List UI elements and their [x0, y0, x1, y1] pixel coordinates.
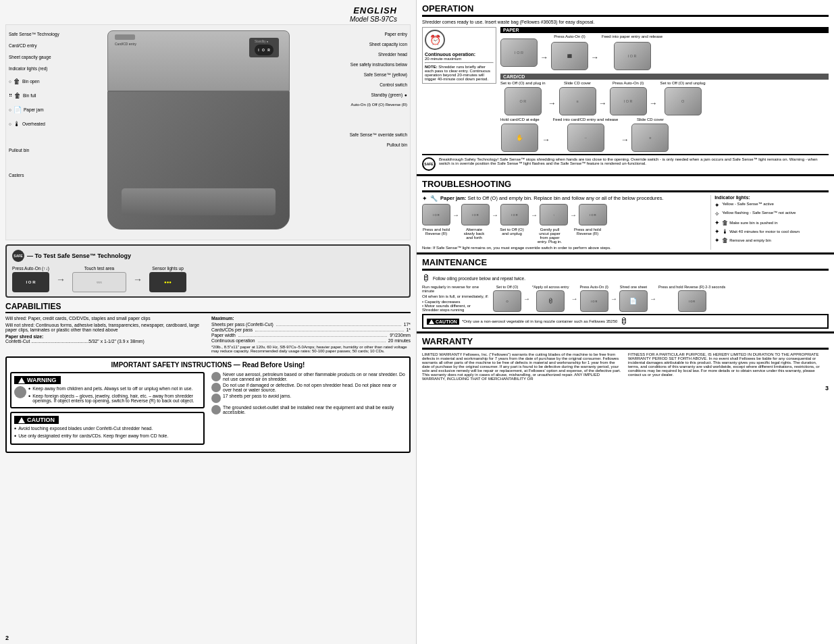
card-step-3: Press Auto-On (I) I O R — [610, 81, 647, 115]
warning-box: WARNING •Keep away from children and pet… — [10, 372, 205, 408]
card-step-2: Slide CD cover ≡ — [559, 81, 596, 115]
paper-step3-label: Feed into paper entry and release — [602, 34, 662, 38]
maint-device-5: I O R — [678, 290, 706, 312]
arrow-2: → — [133, 274, 142, 285]
maint-device-label-5: Press and hold Reverse (R) 2-3 seconds — [658, 285, 725, 289]
sun-icon-5: ✦ — [714, 237, 720, 244]
caution-item-2: •Use only designated entry for cards/CDs… — [14, 433, 201, 439]
indicator-item-4: ✦ 🌡Wait 40 minutes for motor to cool dow… — [714, 228, 829, 235]
paper-steps: I O R → Press Auto-On (I) ⬛ → Feed into … — [500, 34, 829, 70]
safety-title: IMPORTANT SAFETY INSTRUCTIONS — Read Bef… — [10, 361, 406, 369]
caps-left: Will shred: Paper, credit cards, CD/DVDs… — [5, 316, 205, 353]
will-shred: Will shred: Paper, credit cards, CD/DVDs… — [5, 316, 205, 321]
safe-icon: SAFE — [422, 157, 436, 171]
continuous-label: ⏰ Continuous operation: — [425, 30, 494, 57]
maint-device-2: 🛢 — [536, 290, 565, 312]
maint-device-3: I O R — [580, 290, 608, 312]
paper-shred-label: Paper shred size: — [5, 334, 205, 339]
spec-width: Paper width 9"/230mm — [211, 333, 411, 338]
indicator-lights-title: Indicator lights: — [714, 195, 829, 200]
card-step2-label: Slide CD cover — [564, 81, 591, 85]
caution-item-1: •Avoid touching exposed blades under Con… — [14, 426, 201, 432]
step2-visual: ≈≈≈ — [72, 272, 126, 292]
trouble-step-labels: Press and hold Reverse (R) Alternate slo… — [422, 227, 707, 244]
english-header: ENGLISH Model SB-97Cs — [5, 5, 411, 24]
clock-icon: ⏰ — [425, 30, 445, 50]
shredder-diagram: Safe Sense™ Technology Card/CD entry She… — [5, 24, 411, 240]
safe-sense-steps: Press Auto-On (↑↓) I O R → Touch test ar… — [12, 266, 404, 292]
trouble-arrow-2: → — [492, 211, 498, 219]
warning-right: Never use aerosol, petroleum based or ot… — [211, 372, 406, 403]
operation-title: OPERATION — [422, 3, 829, 17]
trouble-arrow-1: → — [452, 211, 459, 219]
trouble-note: Note: If Safe Sense™ light remains on, y… — [422, 246, 707, 250]
maint-device-4: 📄 — [619, 290, 648, 312]
page-number-right: 3 — [417, 383, 834, 393]
continuous-detail: 20-minute maximum — [425, 57, 494, 61]
left-panel: ENGLISH Model SB-97Cs Safe Sense™ Techno… — [0, 0, 417, 644]
card-sub-device-2: → — [567, 124, 604, 152]
safe-sense-test-title: SAFE — To Test Safe Sense™ Technology — [12, 250, 404, 262]
maint-device-group-5: Press and hold Reverse (R) 2-3 seconds I… — [658, 285, 725, 312]
paper-jam-label: Paper jam: — [440, 195, 466, 201]
diagram-labels-right: Paper entry Sheet capacity icon Shredder… — [350, 32, 407, 147]
maint-device-group-1: Set to Off (O) O — [493, 285, 521, 312]
label-casters: Casters — [9, 173, 59, 178]
safe-sense-test-section: SAFE — To Test Safe Sense™ Technology Pr… — [5, 244, 411, 298]
label-indicator: Indicator lights (red) — [9, 66, 59, 71]
trouble-devices: I O R → I O R → I O R → ↑ → I O R — [422, 204, 707, 225]
caution-right-1: The grounded socket-outlet shall be inst… — [211, 405, 406, 414]
label-control-switch: Control switch — [350, 82, 407, 87]
operation-desc: Shredder comes ready to use. Insert wast… — [422, 20, 829, 24]
card-sub-3: Slide CD cover ≡ — [631, 117, 669, 152]
warning-item-1: •Keep away from children and pets. Alway… — [28, 386, 201, 392]
warning-icon-r1 — [211, 372, 221, 381]
maintenance-desc: 🛢 Follow oiling procedure below and repe… — [422, 273, 829, 283]
card-step-4: Set to Off (O) and unplug O — [660, 81, 706, 115]
trouble-device-1: I O R — [422, 204, 450, 225]
will-not-shred: Will not shred: Continuous forms, adhesi… — [5, 323, 205, 332]
trouble-right: Indicator lights: ✦ Yellow - Safe Sense™… — [710, 195, 829, 250]
paper-jam-header: ✦ 🔧 Paper jam: Set to Off (O) and empty … — [422, 195, 707, 202]
warning-text-1: •Keep away from children and pets. Alway… — [28, 386, 201, 404]
spec-confetti: Sheets per pass (Confetti-Cut) 17* — [211, 322, 411, 327]
card-device-1: O R — [504, 87, 542, 115]
paper-step2-label: Press Auto-On (I) — [554, 34, 585, 38]
confetti-cut: Confetti-Cut ...........................… — [5, 339, 205, 344]
card-device-3: I O R — [610, 87, 647, 115]
label-pullout-bin-r: Pullout bin — [350, 142, 407, 147]
card-steps-bottom: Hold card/CD at edge ✋ → Feed into card/… — [500, 117, 829, 152]
card-arrow-3: → — [650, 99, 658, 108]
page-number-left: 2 — [5, 635, 9, 641]
trouble-step-label-1: Press and hold Reverse (R) — [422, 227, 450, 244]
shredder-visual: Standby ● I O R Card/CD entry — [107, 30, 290, 230]
warning-icon-1 — [14, 386, 26, 398]
english-title: ENGLISH — [5, 5, 397, 16]
card-sub2-label: Feed into card/CD entry and release — [553, 117, 619, 122]
warning-right-3: 17 sheets per pass to avoid jams. — [211, 394, 406, 403]
diagram-labels-left: Safe Sense™ Technology Card/CD entry She… — [9, 32, 59, 178]
step3-label: Sensor lights up — [152, 266, 184, 271]
warranty-title: WARRANTY — [422, 336, 829, 350]
warning-label: WARNING — [14, 376, 61, 384]
capabilities-section: CAPABILITIES Will shred: Paper, credit c… — [5, 302, 411, 353]
paper-device-3: I O R — [614, 42, 651, 70]
warranty-section: WARRANTY LIMITED WARRANTY Fellowes, Inc.… — [417, 331, 834, 383]
paper-jam-text: Paper jam: Set to Off (O) and empty bin.… — [440, 195, 663, 201]
card-sub-device-1: ✋ — [501, 124, 538, 152]
maint-arrow-2: → — [571, 295, 577, 302]
indicator-item-1: ✦ Yellow - Safe Sense™ active — [714, 202, 829, 209]
maint-device-group-4: Shred one sheet 📄 — [619, 285, 648, 312]
trouble-step-label-2: Alternate slowly back and forth — [460, 227, 488, 244]
maint-device-label-1: Set to Off (O) — [496, 285, 519, 289]
trouble-content: ✦ 🔧 Paper jam: Set to Off (O) and empty … — [422, 195, 829, 250]
label-pullout-bin: Pullout bin — [9, 148, 59, 153]
label-paper-jam: ○ 📄 Paper jam — [9, 106, 59, 113]
caution-icon-r1 — [211, 405, 221, 414]
card-badge: CARD/CD — [500, 74, 829, 80]
safe-sense-operation-note: SAFE Breakthrough Safety Technology! Saf… — [422, 154, 829, 171]
maint-left: Run regularly in reverse for one minute … — [422, 285, 490, 312]
step2-label: Touch test area — [84, 266, 114, 271]
op-note: NOTE: Shredder runs briefly after each p… — [425, 65, 494, 81]
card-sub-arrow-1: → — [542, 135, 550, 144]
